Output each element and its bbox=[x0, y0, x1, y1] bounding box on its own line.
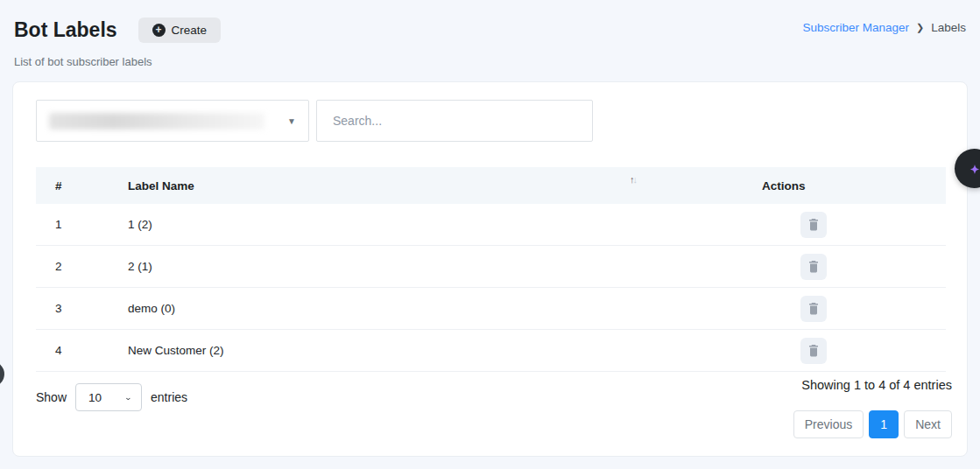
page-size-control: Show 10 ⌄ entries bbox=[36, 383, 187, 411]
column-header-num: # bbox=[36, 179, 128, 192]
table-row: 1 1 (2) bbox=[36, 204, 946, 246]
page-subtitle: List of bot subscriber labels bbox=[14, 55, 966, 68]
bot-select-value-redacted bbox=[49, 113, 264, 130]
page-title: Bot Labels bbox=[14, 18, 117, 42]
trash-icon bbox=[807, 302, 820, 315]
bot-labels-page: Bot Labels + Create List of bot subscrib… bbox=[0, 0, 980, 469]
trash-icon bbox=[807, 218, 820, 231]
next-page-button[interactable]: Next bbox=[904, 410, 952, 438]
previous-page-button[interactable]: Previous bbox=[793, 410, 864, 438]
label-name: 1 (2) bbox=[128, 218, 762, 231]
delete-button[interactable] bbox=[800, 254, 827, 280]
label-name: demo (0) bbox=[128, 302, 762, 315]
breadcrumb-current: Labels bbox=[931, 21, 966, 34]
labels-table: # Label Name Actions ↑↓ 1 1 (2) 2 2 (1) bbox=[36, 167, 946, 372]
table-header-row: # Label Name Actions ↑↓ bbox=[36, 167, 946, 204]
labels-card: ▼ # Label Name Actions ↑↓ 1 1 (2) 2 2 (1… bbox=[12, 81, 968, 457]
trash-icon bbox=[807, 344, 820, 357]
row-number: 1 bbox=[36, 218, 128, 231]
table-row: 3 demo (0) bbox=[36, 288, 946, 330]
row-number: 4 bbox=[36, 344, 128, 357]
caret-down-icon: ▼ bbox=[287, 116, 296, 126]
plus-circle-icon: + bbox=[152, 24, 166, 37]
page-header: Bot Labels + Create List of bot subscrib… bbox=[14, 18, 966, 68]
left-edge-widget-button[interactable] bbox=[0, 361, 4, 387]
delete-button[interactable] bbox=[800, 338, 827, 364]
delete-button[interactable] bbox=[800, 296, 827, 322]
table-summary: Showing 1 to 4 of 4 entries bbox=[801, 378, 952, 392]
search-input[interactable] bbox=[316, 100, 593, 142]
trash-icon bbox=[807, 260, 820, 273]
column-header-actions: Actions bbox=[762, 179, 946, 192]
label-name: 2 (1) bbox=[128, 260, 762, 273]
page-1-button[interactable]: 1 bbox=[869, 410, 899, 438]
table-row: 2 2 (1) bbox=[36, 246, 946, 288]
breadcrumb-separator-icon: ❯ bbox=[916, 22, 924, 33]
create-button[interactable]: + Create bbox=[138, 18, 222, 43]
pagination: Previous 1 Next bbox=[793, 410, 952, 438]
page-size-value: 10 bbox=[88, 391, 102, 404]
label-name: New Customer (2) bbox=[128, 344, 762, 357]
bot-select[interactable]: ▼ bbox=[36, 100, 309, 142]
column-header-label-name[interactable]: Label Name bbox=[128, 179, 762, 192]
chevron-down-icon: ⌄ bbox=[124, 393, 132, 402]
page-size-select[interactable]: 10 ⌄ bbox=[75, 383, 142, 411]
show-label: Show bbox=[36, 390, 67, 404]
entries-label: entries bbox=[151, 390, 187, 404]
create-button-label: Create bbox=[172, 24, 208, 37]
sparkle-icon bbox=[966, 160, 980, 178]
breadcrumb-link-subscriber-manager[interactable]: Subscriber Manager bbox=[802, 21, 909, 34]
table-row: 4 New Customer (2) bbox=[36, 330, 946, 372]
row-number: 2 bbox=[36, 260, 128, 273]
sort-icon[interactable]: ↑↓ bbox=[630, 174, 636, 185]
delete-button[interactable] bbox=[800, 212, 827, 238]
row-number: 3 bbox=[36, 302, 128, 315]
breadcrumb: Subscriber Manager ❯ Labels bbox=[802, 21, 966, 34]
